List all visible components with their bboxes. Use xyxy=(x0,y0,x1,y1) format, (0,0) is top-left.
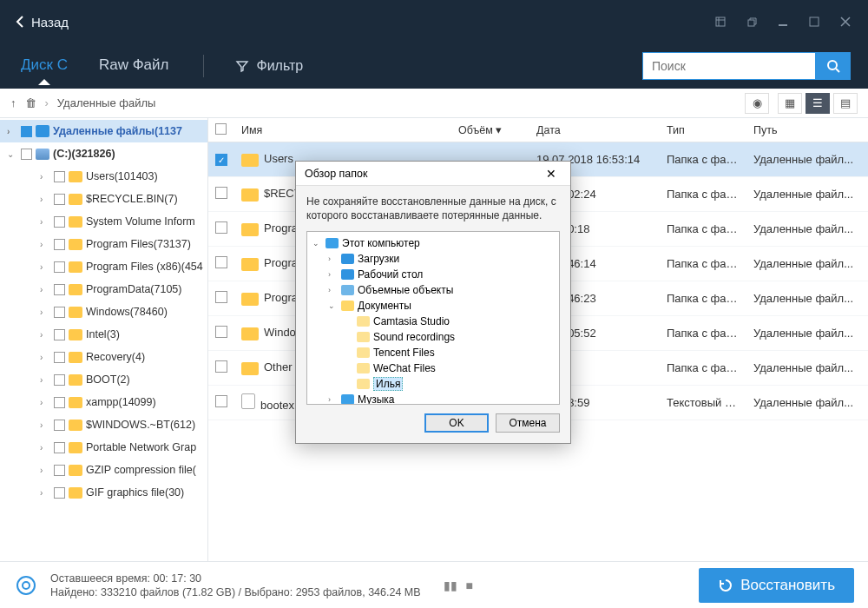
tree-label: Program Files (x86)(454 xyxy=(86,261,203,273)
back-button[interactable]: Назад xyxy=(7,10,77,35)
dialog-tree-item[interactable]: Sound recordings xyxy=(307,329,559,345)
dialog-tree-item[interactable]: WeChat Files xyxy=(307,360,559,376)
row-checkbox[interactable] xyxy=(215,395,227,407)
grid-header: Имя Объём ▾ Дата Тип Путь xyxy=(208,118,868,142)
row-checkbox[interactable] xyxy=(215,187,227,199)
folder-icon xyxy=(69,329,82,340)
tree-item[interactable]: ›GZIP compression file( xyxy=(0,459,207,481)
dialog-tree-label: WeChat Files xyxy=(373,362,436,374)
filter-icon xyxy=(235,59,249,73)
remaining-time: 00: 17: 30 xyxy=(153,572,201,585)
dialog-tree-item[interactable]: ⌄Документы xyxy=(307,298,559,314)
tree-label: Program Files(73137) xyxy=(86,238,191,250)
window-minimize[interactable] xyxy=(767,10,799,34)
row-checkbox[interactable] xyxy=(215,360,227,373)
view-grid[interactable]: ▦ xyxy=(778,93,802,114)
tree-item[interactable]: ›Users(101403) xyxy=(0,165,207,188)
tree-label: Удаленные файлы(1137 xyxy=(53,125,182,137)
window-restore[interactable] xyxy=(736,10,767,34)
tree-item[interactable]: ›Intel(3) xyxy=(0,323,207,346)
filter-button[interactable]: Фильтр xyxy=(235,58,303,74)
row-type: Папка с фай... xyxy=(660,292,746,305)
row-checkbox[interactable] xyxy=(215,291,227,303)
view-list[interactable]: ☰ xyxy=(806,93,830,114)
window-close[interactable] xyxy=(830,10,861,34)
dialog-tree-item[interactable]: Camtasia Studio xyxy=(307,314,559,329)
folder-tree[interactable]: › Удаленные файлы(1137 ⌄ (C:)(321826) ›U… xyxy=(0,118,208,561)
row-checkbox[interactable] xyxy=(215,326,227,338)
folder-icon xyxy=(241,188,259,202)
tree-item[interactable]: ›Program Files(73137) xyxy=(0,233,207,255)
titlebar: Назад xyxy=(0,0,868,43)
dialog-ok-button[interactable]: OK xyxy=(424,413,489,433)
tree-item[interactable]: ›Windows(78460) xyxy=(0,301,207,323)
dialog-tree-item[interactable]: ⌄Этот компьютер xyxy=(307,235,559,251)
tree-label: BOOT(2) xyxy=(86,373,130,386)
row-checkbox[interactable] xyxy=(215,221,227,234)
dialog-tree-item[interactable]: ›Загрузки xyxy=(307,251,559,267)
search-button[interactable] xyxy=(816,52,851,80)
tree-item[interactable]: ›GIF graphics file(30) xyxy=(0,481,207,504)
up-icon[interactable]: ↑ xyxy=(10,96,16,109)
view-details[interactable]: ▤ xyxy=(833,93,858,114)
toolbar: ↑ 🗑 › Удаленные файлы ◉ ▦ ☰ ▤ xyxy=(0,89,868,118)
folder-icon xyxy=(69,397,82,408)
dialog-tree-item[interactable]: ›Музыка xyxy=(307,392,559,405)
tab-disk-c[interactable]: Диск С xyxy=(17,48,71,84)
tree-item[interactable]: ›Portable Network Grap xyxy=(0,436,207,459)
breadcrumb[interactable]: Удаленные файлы xyxy=(57,96,156,109)
dialog-folder-tree[interactable]: ⌄Этот компьютер›Загрузки›Рабочий стол›Об… xyxy=(306,231,560,405)
folder-icon xyxy=(69,307,82,318)
tree-item[interactable]: ›xampp(14099) xyxy=(0,391,207,413)
tree-item[interactable]: ›Program Files (x86)(454 xyxy=(0,255,207,278)
back-label: Назад xyxy=(31,15,69,30)
tree-item[interactable]: ›System Volume Inform xyxy=(0,210,207,233)
folder-icon xyxy=(241,362,259,375)
tree-item[interactable]: ›$RECYCLE.BIN(7) xyxy=(0,188,207,210)
folder-icon xyxy=(69,261,82,273)
folder-icon xyxy=(357,363,370,373)
pause-button[interactable]: ▮▮ xyxy=(444,578,457,592)
dialog-tree-item[interactable]: Илья xyxy=(307,376,559,392)
tree-item[interactable]: ›$WINDOWS.~BT(612) xyxy=(0,413,207,436)
tree-label: $WINDOWS.~BT(612) xyxy=(86,419,195,431)
dialog-title-bar[interactable]: Обзор папок ✕ xyxy=(296,162,570,186)
window-unknown-1[interactable] xyxy=(705,10,736,34)
col-date[interactable]: Дата xyxy=(529,124,660,136)
row-type: Папка с фай... xyxy=(660,153,746,166)
row-checkbox[interactable]: ✓ xyxy=(215,154,227,166)
col-path[interactable]: Путь xyxy=(746,124,868,136)
tree-drive-c[interactable]: ⌄ (C:)(321826) xyxy=(0,142,207,165)
folder-icon xyxy=(69,374,82,386)
trash-icon[interactable]: 🗑 xyxy=(25,96,36,109)
dialog-tree-item[interactable]: Tencent Files xyxy=(307,345,559,360)
folder-icon xyxy=(69,465,82,476)
remaining-label: Оставшееся время: xyxy=(50,572,150,585)
stop-button[interactable]: ■ xyxy=(466,578,473,592)
col-name[interactable]: Имя xyxy=(234,124,451,136)
drive-icon xyxy=(36,149,49,160)
window-maximize[interactable] xyxy=(799,10,830,34)
tree-root-deleted[interactable]: › Удаленные файлы(1137 xyxy=(0,120,207,142)
col-size[interactable]: Объём ▾ xyxy=(451,123,529,136)
footer: Оставшееся время: 00: 17: 30 Найдено: 33… xyxy=(0,561,868,608)
col-type[interactable]: Тип xyxy=(660,124,746,136)
restore-button[interactable]: Восстановить xyxy=(699,568,854,603)
tree-item[interactable]: ›ProgramData(7105) xyxy=(0,278,207,301)
tab-raw-file[interactable]: Raw Файл xyxy=(95,48,173,84)
tree-label: System Volume Inform xyxy=(86,215,195,228)
preview-toggle[interactable]: ◉ xyxy=(745,93,769,114)
dialog-tree-item[interactable]: ›Объемные объекты xyxy=(307,282,559,298)
folder-icon xyxy=(241,258,259,271)
tree-item[interactable]: ›Recovery(4) xyxy=(0,346,207,368)
search-input[interactable] xyxy=(642,52,816,80)
tree-item[interactable]: ›BOOT(2) xyxy=(0,368,207,391)
dialog-tree-item[interactable]: ›Рабочий стол xyxy=(307,267,559,282)
tabs-bar: Диск С Raw Файл Фильтр xyxy=(0,43,868,89)
dialog-close[interactable]: ✕ xyxy=(541,165,562,182)
folder-icon xyxy=(69,442,82,453)
row-checkbox[interactable] xyxy=(215,256,227,268)
dialog-cancel-button[interactable]: Отмена xyxy=(496,413,560,433)
search-icon xyxy=(826,59,840,73)
folder-icon xyxy=(69,352,82,363)
